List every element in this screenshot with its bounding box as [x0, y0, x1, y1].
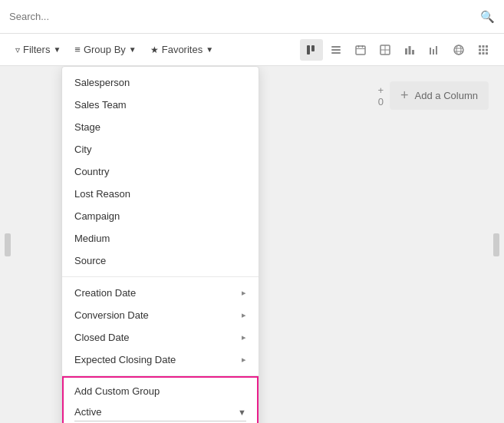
bar-chart-icon: [404, 45, 415, 55]
dropdown-item-label: Campaign: [74, 210, 120, 222]
dropdown-item-label: Conversion Date: [74, 309, 149, 321]
kanban-icon: [306, 45, 317, 55]
add-column-button[interactable]: + Add a Column: [390, 81, 489, 110]
activity-icon: [478, 45, 489, 55]
filters-dropdown-icon: ▼: [53, 45, 61, 54]
dropdown-regular-section: Salesperson Sales Team Stage City Countr…: [62, 67, 259, 277]
svg-rect-14: [412, 50, 414, 55]
dropdown-item-label: Creation Date: [74, 287, 136, 299]
calendar-icon: [355, 45, 366, 55]
dropdown-item-label: Salesperson: [74, 77, 130, 88]
dropdown-item-stage[interactable]: Stage: [62, 116, 259, 138]
svg-rect-3: [331, 49, 341, 51]
star-icon: ★: [150, 45, 159, 55]
custom-group-section: Add Custom Group Active ▼ APPLY: [62, 376, 259, 423]
dropdown-item-salesperson[interactable]: Salesperson: [62, 71, 259, 94]
map-view-button[interactable]: [447, 39, 470, 61]
activity-view-button[interactable]: [472, 39, 495, 61]
groupby-dropdown: Salesperson Sales Team Stage City Countr…: [61, 66, 259, 423]
bar-chart-view-button[interactable]: [398, 39, 421, 61]
svg-rect-17: [436, 46, 437, 55]
dropdown-item-label: Medium: [74, 233, 110, 244]
groupby-label: Group By: [84, 44, 126, 55]
svg-point-19: [456, 45, 461, 55]
kanban-view-button[interactable]: [300, 39, 323, 61]
dropdown-item-sales-team[interactable]: Sales Team: [62, 94, 259, 116]
dropdown-item-creation-date[interactable]: Creation Date ▸: [62, 282, 259, 304]
custom-group-label: Add Custom Group: [74, 385, 246, 397]
dropdown-item-label: Lost Reason: [74, 188, 130, 200]
add-column-label: Add a Column: [415, 90, 478, 101]
list-icon: [331, 45, 341, 55]
main-content: + 0 + Add a Column Salesperson Sales Tea…: [0, 66, 504, 423]
pivot-icon: [380, 45, 390, 55]
groupby-icon: ≡: [74, 44, 81, 55]
favorites-dropdown-icon: ▼: [206, 45, 213, 54]
dropdown-item-lost-reason[interactable]: Lost Reason: [62, 183, 259, 205]
dropdown-item-medium[interactable]: Medium: [62, 227, 259, 250]
svg-rect-1: [311, 45, 315, 51]
filters-button[interactable]: ▿ Filters ▼: [9, 41, 67, 58]
svg-rect-22: [479, 45, 481, 48]
filter-icon: ▿: [15, 45, 20, 55]
line-chart-icon: [429, 45, 440, 55]
dropdown-item-country[interactable]: Country: [62, 160, 259, 183]
dropdown-item-source[interactable]: Source: [62, 250, 259, 272]
column-add-area: + 0 + Add a Column: [378, 81, 489, 110]
dropdown-item-label: Source: [74, 255, 106, 266]
dropdown-item-campaign[interactable]: Campaign: [62, 205, 259, 227]
search-bar: 🔍: [0, 0, 504, 34]
svg-rect-30: [486, 52, 488, 55]
svg-rect-26: [483, 48, 485, 51]
svg-rect-28: [479, 52, 481, 55]
dropdown-item-city[interactable]: City: [62, 138, 259, 160]
plus-label: +: [378, 84, 384, 96]
map-icon: [453, 45, 464, 55]
svg-rect-27: [486, 48, 488, 51]
toolbar-left: ▿ Filters ▼ ≡ Group By ▼ ★ Favorites ▼: [9, 41, 297, 58]
svg-rect-0: [307, 45, 310, 55]
dropdown-item-label: Stage: [74, 121, 100, 133]
favorites-button[interactable]: ★ Favorites ▼: [144, 41, 219, 58]
list-view-button[interactable]: [324, 39, 348, 61]
drag-handle-left[interactable]: [5, 233, 11, 256]
toolbar: ▿ Filters ▼ ≡ Group By ▼ ★ Favorites ▼: [0, 34, 504, 66]
dropdown-item-closed-date[interactable]: Closed Date ▸: [62, 326, 259, 349]
dropdown-item-conversion-date[interactable]: Conversion Date ▸: [62, 304, 259, 326]
svg-rect-23: [483, 45, 485, 48]
chevron-right-icon: ▸: [242, 332, 246, 342]
chevron-right-icon: ▸: [242, 288, 246, 298]
add-column-plus-icon: +: [400, 88, 409, 104]
search-input[interactable]: [9, 11, 480, 22]
custom-group-select-value: Active: [74, 406, 101, 418]
search-icon: 🔍: [480, 10, 495, 24]
favorites-label: Favorites: [162, 44, 203, 55]
dropdown-item-label: Country: [74, 166, 110, 177]
chevron-right-icon: ▸: [242, 310, 246, 320]
drag-handle-right[interactable]: [493, 233, 499, 256]
dropdown-item-label: City: [74, 144, 91, 155]
svg-rect-13: [409, 46, 411, 55]
svg-rect-12: [405, 48, 407, 55]
dropdown-item-expected-closing-date[interactable]: Expected Closing Date ▸: [62, 349, 259, 371]
svg-rect-4: [331, 52, 341, 54]
svg-rect-29: [483, 52, 485, 55]
toolbar-right: [300, 39, 495, 61]
svg-rect-16: [433, 49, 434, 55]
svg-rect-5: [356, 46, 365, 55]
svg-rect-2: [331, 46, 341, 48]
custom-group-select[interactable]: Active ▼: [74, 403, 246, 421]
svg-rect-25: [479, 48, 481, 51]
filters-label: Filters: [23, 44, 50, 55]
groupby-button[interactable]: ≡ Group By ▼: [68, 41, 142, 58]
svg-rect-15: [430, 48, 431, 55]
chevron-right-icon: ▸: [242, 355, 246, 365]
pivot-view-button[interactable]: [374, 39, 397, 61]
line-chart-view-button[interactable]: [423, 39, 446, 61]
dropdown-arrow-icon: ▼: [238, 408, 246, 417]
zero-label: 0: [378, 96, 384, 107]
calendar-view-button[interactable]: [349, 39, 372, 61]
dropdown-item-label: Sales Team: [74, 99, 127, 111]
dropdown-item-label: Expected Closing Date: [74, 354, 176, 365]
plus-minus-counter: + 0: [378, 84, 384, 107]
